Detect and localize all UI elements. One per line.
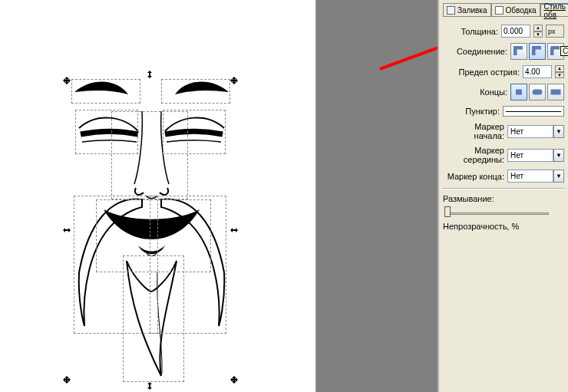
tab-stroke-style[interactable]: Стиль обв: [540, 3, 568, 17]
selection-box: [161, 79, 230, 104]
selection-box: [71, 79, 140, 104]
page: [0, 0, 316, 392]
label-miter: Предел острия:: [443, 68, 520, 77]
scale-handle[interactable]: [230, 376, 238, 384]
scale-handle[interactable]: [146, 382, 154, 390]
dash-preview[interactable]: [503, 106, 564, 117]
label-blur: Размывание:: [443, 194, 564, 203]
label-marker-start: Маркер начала:: [443, 122, 504, 140]
stroke-width-input[interactable]: [501, 25, 530, 38]
blur-slider[interactable]: [443, 205, 550, 217]
selection-box: [111, 111, 188, 199]
marker-start-select[interactable]: Нет▼: [507, 125, 564, 138]
cap-round-button[interactable]: [529, 84, 546, 100]
join-miter-button[interactable]: [510, 43, 527, 60]
miter-spinner[interactable]: ▲▼: [555, 65, 564, 78]
join-round-button[interactable]: [529, 43, 546, 60]
scale-handle[interactable]: [63, 376, 71, 384]
label-caps: Концы:: [443, 87, 507, 97]
label-join: Соединение:: [443, 47, 507, 56]
panel-tabs: Заливка Обводка Стиль обв: [443, 3, 564, 17]
miter-limit-input[interactable]: [523, 65, 552, 78]
label-width: Толщина:: [443, 27, 498, 36]
scale-handle[interactable]: [63, 77, 71, 84]
tab-stroke[interactable]: Обводка: [491, 3, 540, 17]
selection-box: [123, 255, 184, 382]
scale-handle[interactable]: [230, 77, 238, 84]
join-bevel-button[interactable]: Скругл: [547, 43, 564, 60]
scale-handle[interactable]: [230, 226, 238, 234]
label-opacity: Непрозрачность, %: [443, 222, 564, 231]
cap-square-button[interactable]: [547, 84, 564, 100]
scale-handle[interactable]: [63, 226, 71, 234]
canvas-area[interactable]: [0, 0, 438, 392]
tooltip: Скругл: [560, 46, 568, 56]
unit-select[interactable]: px: [546, 25, 564, 38]
stroke-panel: Заливка Обводка Стиль обв Толщина: ▲▼ px…: [438, 0, 568, 392]
width-spinner[interactable]: ▲▼: [533, 25, 543, 38]
label-marker-end: Маркер конца:: [443, 172, 504, 181]
tab-fill[interactable]: Заливка: [443, 3, 491, 17]
scale-handle[interactable]: [146, 71, 154, 78]
marker-end-select[interactable]: Нет▼: [507, 170, 564, 183]
label-dash: Пунктир:: [443, 107, 500, 116]
cap-butt-button[interactable]: [510, 84, 527, 100]
marker-mid-select[interactable]: Нет▼: [507, 149, 564, 162]
label-marker-mid: Маркер середины:: [443, 146, 504, 164]
